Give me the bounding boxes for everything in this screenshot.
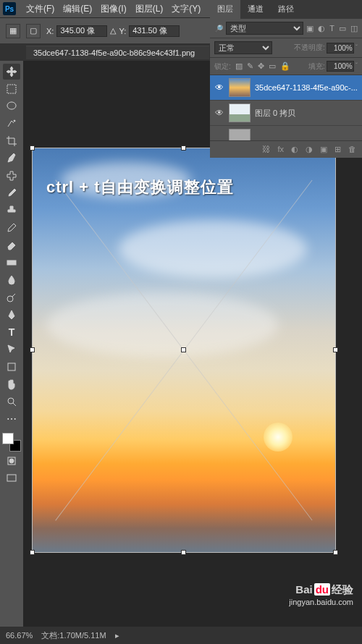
visibility-icon[interactable]: 👁	[214, 108, 224, 118]
crop-tool[interactable]	[3, 133, 20, 149]
filter-kind-select[interactable]: 类型	[226, 22, 303, 35]
visibility-icon[interactable]: 👁	[214, 82, 224, 93]
fx-icon[interactable]: fx	[277, 145, 284, 154]
fill-input[interactable]	[327, 61, 354, 72]
menu-type[interactable]: 文字(Y)	[167, 3, 205, 15]
quickmask-toggle[interactable]	[3, 453, 20, 469]
x-label: X:	[46, 27, 54, 35]
svg-point-5	[8, 398, 14, 404]
adjustment-icon[interactable]: ◑	[306, 145, 313, 154]
eraser-tool[interactable]	[3, 237, 20, 253]
menu-file[interactable]: 文件(F)	[22, 3, 59, 15]
lock-artboard-icon[interactable]: ▭	[269, 62, 276, 71]
stamp-tool[interactable]	[3, 203, 20, 219]
blend-mode-select[interactable]: 正常	[214, 41, 272, 54]
dodge-tool[interactable]	[3, 289, 20, 305]
y-label: Y:	[119, 27, 126, 35]
chevron-down-icon[interactable]: ˇ	[355, 62, 358, 70]
zoom-tool[interactable]	[3, 394, 20, 410]
screen-mode-toggle[interactable]	[3, 470, 20, 486]
menu-edit[interactable]: 编辑(E)	[59, 3, 96, 15]
canvas-image[interactable]	[32, 148, 336, 553]
reference-point-icon[interactable]: ▢	[26, 24, 41, 38]
link-layers-icon[interactable]: ⛓	[262, 145, 270, 154]
svg-point-1	[14, 120, 15, 122]
lock-trans-icon[interactable]: ▨	[235, 62, 243, 71]
quick-select-tool[interactable]	[3, 116, 20, 132]
lock-label: 锁定:	[214, 62, 231, 72]
x-input[interactable]	[56, 25, 107, 37]
lock-all-icon[interactable]: 🔒	[280, 62, 290, 71]
healing-tool[interactable]	[3, 168, 20, 184]
opacity-input[interactable]	[327, 43, 354, 54]
status-bar: 66.67% 文档:1.70M/5.11M ▸	[0, 627, 362, 644]
lock-brush-icon[interactable]: ✎	[247, 62, 253, 71]
blur-tool[interactable]	[3, 272, 20, 288]
tab-paths[interactable]: 路径	[271, 0, 301, 19]
layer-thumb[interactable]	[229, 129, 251, 140]
hand-tool[interactable]	[3, 376, 20, 392]
layer-list: 👁 35dce647-1138-4f5e-a90c-... 👁 图层 0 拷贝	[210, 75, 362, 140]
filter-adjust-icon[interactable]: ◐	[318, 24, 325, 33]
menu-image[interactable]: 图像(I)	[96, 3, 130, 15]
new-layer-icon[interactable]: ⊞	[334, 145, 341, 154]
layer-row[interactable]	[210, 126, 362, 140]
gradient-tool[interactable]	[3, 255, 20, 271]
foreground-swatch[interactable]	[2, 433, 14, 444]
path-select-tool[interactable]	[3, 342, 20, 357]
document-tab[interactable]: 35dce647-1138-4f5e-a90c-b86c9e4c43f1.png	[26, 46, 209, 59]
layer-thumb[interactable]	[229, 78, 251, 97]
filter-smart-icon[interactable]: ◫	[350, 24, 358, 33]
blend-opacity-row: 正常 不透明度: ˇ	[210, 38, 362, 58]
group-icon[interactable]: ▣	[320, 145, 327, 154]
doc-info: 文档:1.70M/5.11M	[41, 630, 106, 641]
trash-icon[interactable]: 🗑	[348, 145, 356, 154]
layers-footer: ⛓ fx ◐ ◑ ▣ ⊞ 🗑	[210, 140, 362, 158]
toolbar-more[interactable]: ⋯	[3, 411, 20, 427]
layer-name[interactable]: 图层 0 拷贝	[255, 108, 358, 119]
status-chevron-icon[interactable]: ▸	[115, 631, 119, 640]
filter-shape-icon[interactable]: ▭	[339, 24, 346, 33]
svg-rect-2	[7, 260, 16, 265]
panel-tabs: 图层 通道 路径	[210, 0, 362, 19]
zoom-level[interactable]: 66.67%	[6, 631, 33, 640]
layer-row[interactable]: 👁 图层 0 拷贝	[210, 101, 362, 126]
sun-highlight	[264, 423, 292, 452]
y-input[interactable]	[129, 25, 180, 37]
layer-name[interactable]: 35dce647-1138-4f5e-a90c-...	[255, 83, 358, 92]
type-tool[interactable]: T	[3, 324, 20, 340]
chevron-down-icon[interactable]: ˇ	[355, 44, 358, 52]
ps-logo: Ps	[3, 2, 16, 15]
link-icon[interactable]: △	[110, 26, 116, 35]
pen-tool[interactable]	[3, 307, 20, 323]
shape-tool[interactable]	[3, 359, 20, 375]
svg-rect-8	[7, 475, 16, 481]
menu-layer[interactable]: 图层(L)	[131, 3, 168, 15]
svg-rect-4	[8, 363, 15, 370]
brush-tool[interactable]	[3, 185, 20, 201]
filter-pixel-icon[interactable]: ▣	[306, 24, 313, 33]
toolbar: T ⋯	[0, 61, 23, 627]
lock-row: 锁定: ▨ ✎ ✥ ▭ 🔒 填充: ˇ	[210, 58, 362, 75]
layer-row[interactable]: 👁 35dce647-1138-4f5e-a90c-...	[210, 75, 362, 101]
color-swatches[interactable]	[2, 433, 21, 452]
lock-move-icon[interactable]: ✥	[258, 62, 264, 71]
layer-filter-row: 🔎 类型 ▣ ◐ T ▭ ◫	[210, 19, 362, 38]
history-brush-tool[interactable]	[3, 220, 20, 236]
filter-type-icon[interactable]: T	[329, 24, 334, 33]
move-tool[interactable]	[3, 64, 20, 80]
layers-panel: 图层 通道 路径 🔎 类型 ▣ ◐ T ▭ ◫ 正常 不透明度: ˇ 锁定: ▨…	[210, 0, 362, 158]
lasso-tool[interactable]	[3, 98, 20, 114]
eyedropper-tool[interactable]	[3, 151, 20, 166]
tab-layers[interactable]: 图层	[210, 0, 240, 19]
fill-label: 填充:	[308, 62, 325, 72]
layer-thumb[interactable]	[229, 103, 251, 122]
tab-channels[interactable]: 通道	[240, 0, 271, 19]
svg-point-7	[9, 459, 14, 463]
mask-icon[interactable]: ◐	[291, 145, 298, 154]
svg-rect-0	[7, 85, 16, 93]
transform-tool-icon[interactable]: ▦	[6, 24, 20, 38]
opacity-label: 不透明度:	[294, 43, 325, 53]
marquee-tool[interactable]	[3, 81, 20, 97]
tutorial-caption: ctrl + t自由变换调整位置	[46, 177, 234, 198]
